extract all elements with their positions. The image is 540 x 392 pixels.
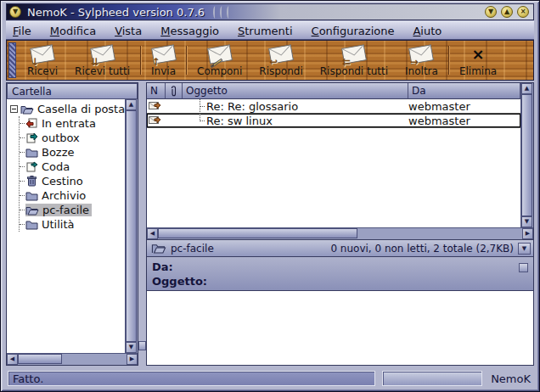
folder-item-cestino[interactable]: Cestino: [20, 174, 125, 188]
app-window: NemoK - Sylpheed version 0.7.6 File Modi…: [0, 0, 540, 392]
message-list-vertical-scrollbar[interactable]: [520, 83, 533, 227]
menu-modifica[interactable]: Modifica: [50, 25, 96, 37]
scroll-down-button[interactable]: [521, 216, 532, 227]
send-mail-icon: ↑: [152, 43, 176, 65]
folder-label: Archivio: [39, 189, 88, 202]
collapse-expander-icon[interactable]: [10, 105, 18, 113]
up-arrow-glyph: ↑: [152, 56, 160, 68]
folder-icon: [25, 220, 38, 230]
scroll-right-button[interactable]: [127, 354, 138, 365]
scrollbar-thumb[interactable]: [126, 110, 137, 342]
message-list-header: N Oggetto Da: [147, 83, 520, 99]
subject-header-label: Oggetto:: [152, 274, 528, 288]
message-list-empty-area[interactable]: [147, 128, 520, 227]
folder-item-bozze[interactable]: Bozze: [20, 145, 125, 160]
message-row[interactable]: Re: sw linux webmaster: [147, 114, 520, 128]
toolbar-button-ricevi[interactable]: ↓ Ricevi: [19, 41, 66, 80]
folder-label: In entrata: [39, 117, 98, 130]
folder-item-outbox[interactable]: outbox: [20, 131, 125, 145]
scroll-left-button[interactable]: [147, 228, 158, 239]
status-message: Fatto.: [8, 371, 375, 386]
folder-info-bar: pc-facile 0 nuovi, 0 non letti, 2 totale…: [147, 239, 533, 257]
menu-strumenti[interactable]: Strumenti: [238, 25, 293, 37]
message-list-horizontal-scrollbar[interactable]: [147, 227, 533, 239]
minimize-button[interactable]: [485, 6, 497, 18]
folder-item-pc-facile[interactable]: pc-facile: [20, 203, 125, 217]
x-mark-glyph: ×: [471, 45, 484, 64]
from-cell: webmaster: [408, 115, 520, 127]
menu-configurazione[interactable]: Configurazione: [312, 25, 395, 37]
window-menu-button[interactable]: [9, 6, 21, 18]
column-header-attachment[interactable]: [166, 83, 183, 99]
toolbar-button-elimina[interactable]: × Elimina: [451, 41, 505, 80]
close-button[interactable]: [517, 6, 529, 18]
folder-tree: Casella di posta In entrata outbox: [7, 99, 125, 353]
outbox-icon: [25, 132, 38, 143]
scroll-up-button[interactable]: [126, 99, 137, 110]
folder-root[interactable]: Casella di posta: [10, 102, 125, 116]
titlebar[interactable]: NemoK - Sylpheed version 0.7.6: [6, 3, 534, 20]
toolbar-button-inoltra[interactable]: → Inoltra: [397, 41, 447, 80]
toolbar-separator: [186, 46, 187, 75]
scrollbar-thumb[interactable]: [158, 228, 357, 238]
titlebar-ripple-decoration: [213, 5, 231, 19]
selected-folder-highlight: pc-facile: [25, 204, 92, 216]
scrollbar-track[interactable]: [357, 228, 522, 239]
close-icon: [520, 8, 526, 15]
subject-cell: Re: sw linux: [183, 114, 408, 128]
menu-aiuto[interactable]: Aiuto: [413, 25, 442, 37]
splitter-grip[interactable]: [138, 341, 146, 350]
current-folder-name: pc-facile: [171, 243, 214, 255]
folder-column-header[interactable]: Cartella: [7, 83, 138, 99]
column-header-from[interactable]: Da: [408, 83, 520, 99]
right-arrow-glyph: →: [409, 56, 418, 68]
folder-icon: [25, 191, 38, 201]
column-header-number[interactable]: N: [147, 83, 166, 99]
scrollbar-thumb[interactable]: [521, 94, 532, 216]
folder-item-utilita[interactable]: Utilità: [20, 217, 125, 232]
toolbar-button-rispondi[interactable]: ↩ Rispondi: [250, 41, 311, 80]
scrollbar-thumb[interactable]: [18, 354, 62, 364]
scrollbar-track[interactable]: [62, 354, 127, 365]
message-body[interactable]: [147, 291, 533, 365]
message-view-toggle-button[interactable]: [518, 243, 531, 255]
message-row[interactable]: Re: Re: glossario webmaster: [147, 99, 520, 114]
folder-item-in-entrata[interactable]: In entrata: [20, 116, 125, 131]
pane-splitter[interactable]: [138, 82, 146, 366]
menu-messaggio[interactable]: Messaggio: [160, 25, 219, 37]
folder-label: outbox: [39, 132, 82, 144]
scroll-down-button[interactable]: [126, 342, 137, 353]
folder-pane-horizontal-scrollbar[interactable]: [7, 353, 138, 365]
double-left-arrow-glyph: ⇇: [342, 56, 351, 68]
paperclip-icon: [170, 86, 177, 97]
app-badge: NemoK: [489, 372, 532, 385]
toolbar-button-invia[interactable]: ↑ Invia: [143, 41, 184, 80]
toolbar-grip[interactable]: [8, 42, 16, 78]
folder-item-coda[interactable]: Coda: [20, 160, 125, 174]
message-pane: N Oggetto Da Re:: [146, 82, 534, 366]
toolbar-button-componi[interactable]: Componi: [188, 41, 250, 80]
window-title: NemoK - Sylpheed version 0.7.6: [25, 6, 205, 19]
menubar: File Modifica Vista Messaggio Strumenti …: [6, 21, 534, 40]
column-header-subject[interactable]: Oggetto: [183, 83, 408, 99]
folder-item-archivio[interactable]: Archivio: [20, 188, 125, 203]
folder-message-summary: 0 nuovi, 0 non letti, 2 totale (2,7KB): [330, 243, 514, 255]
reply-arrow-glyph: ↩: [269, 56, 278, 68]
reply-all-icon: ⇇: [342, 43, 366, 65]
maximize-button[interactable]: [501, 6, 513, 18]
message-subject: Re: sw linux: [206, 115, 273, 127]
vertical-splitter-grip[interactable]: [519, 263, 528, 272]
toolbar-button-ricevi-tutti[interactable]: ⇊ Ricevi tutti: [66, 41, 138, 80]
folder-pane-vertical-scrollbar[interactable]: [125, 99, 138, 353]
scroll-left-button[interactable]: [7, 354, 18, 365]
toolbar-button-rispondi-tutti[interactable]: ⇇ Rispondi tutti: [312, 41, 397, 80]
main-area: Cartella Casella di posta In entrata: [6, 82, 534, 366]
menu-file[interactable]: File: [13, 25, 31, 37]
thread-branch-icon: [194, 114, 206, 128]
scroll-up-button[interactable]: [521, 83, 532, 94]
subject-cell: Re: Re: glossario: [183, 99, 408, 114]
queue-icon: [25, 161, 38, 172]
menu-vista[interactable]: Vista: [115, 25, 142, 37]
double-down-arrow-glyph: ⇊: [91, 56, 99, 68]
scroll-right-button[interactable]: [522, 228, 533, 239]
